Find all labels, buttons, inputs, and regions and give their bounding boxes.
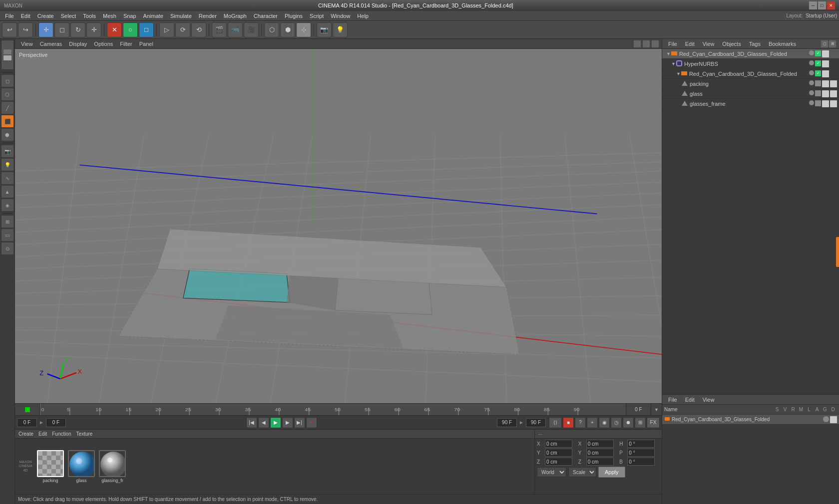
- rotate-button[interactable]: ↻: [70, 22, 85, 37]
- motion-button[interactable]: ◷: [611, 417, 622, 428]
- close-button[interactable]: ✕: [827, 1, 835, 9]
- tool-deform[interactable]: ◈: [1, 199, 14, 212]
- go-to-end-button[interactable]: ▶|: [294, 417, 305, 428]
- tool-object[interactable]: ⬛: [1, 115, 14, 128]
- light-button[interactable]: 💡: [333, 22, 348, 37]
- stop-button[interactable]: ■: [563, 417, 574, 428]
- rp-b-file[interactable]: File: [665, 396, 680, 403]
- vp-menu-options[interactable]: Options: [91, 40, 116, 47]
- x2-pos-input[interactable]: [586, 440, 614, 448]
- menu-select[interactable]: Select: [58, 12, 79, 20]
- tool-light[interactable]: 💡: [1, 158, 14, 171]
- tool-camera[interactable]: 📷: [1, 145, 14, 158]
- edge-button[interactable]: ⬢: [280, 22, 295, 37]
- rp-menu-edit[interactable]: Edit: [682, 40, 698, 47]
- undo-button[interactable]: ↩: [2, 22, 17, 37]
- vp-icon-3[interactable]: [652, 40, 659, 47]
- hierarchy-root[interactable]: ▼ Red_Cyan_Cardboard_3D_Glasses_Folded ✓: [662, 49, 839, 59]
- mat-create[interactable]: Create: [17, 431, 35, 437]
- rp-icon-2[interactable]: ⊞: [829, 40, 836, 47]
- end-frame-input[interactable]: [497, 418, 517, 427]
- rp-b-view[interactable]: View: [700, 396, 718, 403]
- right-edge-tab[interactable]: [836, 237, 839, 267]
- point-button[interactable]: ⊹: [296, 22, 311, 37]
- step-back-button[interactable]: ◀: [258, 417, 269, 428]
- view-icon-1[interactable]: [3, 49, 11, 54]
- mat-edit[interactable]: Edit: [37, 431, 48, 437]
- view-icon-2[interactable]: [3, 55, 11, 60]
- timeline-expand-btn[interactable]: ▼: [651, 404, 662, 415]
- hierarchy-model[interactable]: ▼ Red_Cyan_Cardboard_3D_Glasses_Folded ✓: [662, 69, 839, 79]
- vp-menu-display[interactable]: Display: [66, 40, 90, 47]
- menu-file[interactable]: File: [2, 12, 17, 20]
- viewport-3d[interactable]: Perspective: [15, 49, 662, 403]
- tool-poly[interactable]: ⬡: [1, 88, 14, 101]
- rp-b-edit[interactable]: Edit: [682, 396, 698, 403]
- tool-nurbs[interactable]: ⊞: [1, 215, 14, 228]
- vp-menu-panel[interactable]: Panel: [136, 40, 156, 47]
- tool-edge[interactable]: ╱: [1, 101, 14, 114]
- tool-floor[interactable]: ▭: [1, 229, 14, 242]
- keyframe-button[interactable]: ⟨⟩: [549, 417, 562, 428]
- tool-spline[interactable]: ∿: [1, 172, 14, 185]
- vp-icon-1[interactable]: [634, 40, 641, 47]
- go-to-start-button[interactable]: |◀: [246, 417, 257, 428]
- scale-select[interactable]: Scale Size: [568, 467, 596, 477]
- current-frame-input[interactable]: [17, 418, 37, 427]
- end-frame-display[interactable]: [526, 418, 546, 427]
- menu-help[interactable]: Help: [354, 12, 372, 20]
- menu-plugins[interactable]: Plugins: [282, 12, 306, 20]
- select-all-button[interactable]: ✕: [107, 22, 122, 37]
- z-pos-input[interactable]: [545, 458, 572, 466]
- menu-animate[interactable]: Animate: [140, 12, 166, 20]
- y-pos-input[interactable]: [545, 449, 572, 457]
- record-button[interactable]: ●: [306, 417, 317, 428]
- menu-simulate[interactable]: Simulate: [167, 12, 195, 20]
- fx-button[interactable]: FX: [647, 417, 660, 428]
- multi-render-button[interactable]: 🎥: [244, 22, 259, 37]
- menu-window[interactable]: Window: [328, 12, 353, 20]
- menu-character[interactable]: Character: [251, 12, 281, 20]
- render-queue-button[interactable]: 📹: [228, 22, 243, 37]
- menu-create[interactable]: Create: [34, 12, 57, 20]
- menu-mograph[interactable]: MoGraph: [221, 12, 250, 20]
- vp-menu-cameras[interactable]: Cameras: [37, 40, 65, 47]
- material-glassing[interactable]: glassing_fr: [99, 450, 126, 483]
- mat-texture[interactable]: Texture: [75, 431, 94, 437]
- grid-button[interactable]: ⊞: [635, 417, 646, 428]
- scale-button[interactable]: ✛: [86, 22, 101, 37]
- timeline-ruler[interactable]: 0 5 10 15 20 25 30 35: [40, 404, 626, 415]
- record2-button[interactable]: ⏺: [623, 417, 634, 428]
- select-circle-button[interactable]: ○: [123, 22, 138, 37]
- b-input[interactable]: [627, 458, 655, 466]
- rp-icon-1[interactable]: ◻: [821, 40, 828, 47]
- play-button[interactable]: ▶: [270, 417, 281, 428]
- h-input[interactable]: [627, 440, 655, 448]
- rp-menu-file[interactable]: File: [665, 40, 680, 47]
- p-input[interactable]: [627, 449, 655, 457]
- maximize-button[interactable]: □: [818, 1, 826, 9]
- y2-pos-input[interactable]: [586, 449, 614, 457]
- redo-button[interactable]: ↪: [18, 22, 33, 37]
- step-forward-button[interactable]: ▶: [282, 417, 293, 428]
- mat-function[interactable]: Function: [50, 431, 72, 437]
- menu-mesh[interactable]: Mesh: [100, 12, 119, 20]
- help-play-button[interactable]: ?: [575, 417, 586, 428]
- render-picture-button[interactable]: ⟲: [191, 22, 206, 37]
- hierarchy-glasses-frame[interactable]: glasses_frame: [662, 99, 839, 109]
- material-glass[interactable]: glass: [68, 450, 95, 483]
- material-packing[interactable]: packing: [37, 450, 64, 483]
- menu-edit[interactable]: Edit: [18, 12, 33, 20]
- tool-uv[interactable]: ⬢: [1, 128, 14, 141]
- hierarchy-packing[interactable]: packing: [662, 79, 839, 89]
- hierarchy-glass[interactable]: glass: [662, 89, 839, 99]
- render-button[interactable]: ▷: [159, 22, 174, 37]
- rp-menu-tags[interactable]: Tags: [746, 40, 764, 47]
- menu-script[interactable]: Script: [307, 12, 327, 20]
- tool-skybox[interactable]: ⊙: [1, 242, 14, 255]
- rp-menu-bookmarks[interactable]: Bookmarks: [766, 40, 799, 47]
- tool-prim[interactable]: ▲: [1, 185, 14, 198]
- menu-render[interactable]: Render: [196, 12, 220, 20]
- render-region-button[interactable]: ⟳: [175, 22, 190, 37]
- add-keyframe-button[interactable]: +: [587, 417, 598, 428]
